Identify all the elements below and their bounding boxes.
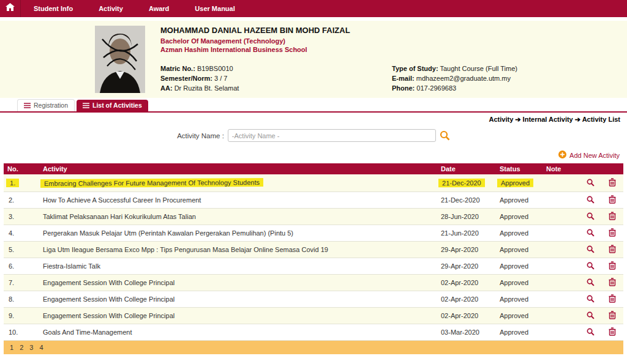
delete-activity-icon[interactable] (609, 261, 616, 270)
activity-date: 02-Apr-2020 (437, 308, 496, 324)
activity-status: Approved (496, 174, 543, 192)
view-activity-icon[interactable] (587, 262, 595, 270)
view-activity-icon[interactable] (587, 278, 595, 286)
add-plus-icon (558, 150, 566, 161)
email-label: E-mail: (392, 75, 415, 82)
view-activity-icon[interactable] (587, 245, 595, 253)
view-activity-icon[interactable] (587, 295, 595, 303)
delete-activity-icon[interactable] (609, 195, 616, 204)
page-link[interactable]: 4 (39, 344, 43, 351)
aa-row: AA: Dr Ruzita Bt. Selamat (160, 83, 239, 93)
delete-activity-icon[interactable] (609, 178, 616, 187)
row-number: 9. (4, 308, 39, 324)
activity-status: Approved (496, 324, 543, 341)
view-activity-icon-cell (579, 258, 601, 275)
nav-activity[interactable]: Activity (86, 0, 136, 17)
view-activity-icon[interactable] (587, 212, 595, 220)
activity-note (543, 258, 579, 275)
delete-activity-icon[interactable] (609, 327, 616, 336)
delete-activity-icon[interactable] (609, 228, 616, 237)
tab-list-of-activities[interactable]: List of Activities (77, 100, 148, 111)
email-value: mdhazeem2@graduate.utm.my (416, 75, 511, 82)
delete-activity-icon-cell (601, 174, 623, 192)
row-number: 4. (4, 225, 39, 242)
student-photo (95, 26, 145, 93)
nav-student-info[interactable]: Student Info (21, 0, 86, 17)
delete-activity-icon[interactable] (609, 294, 616, 303)
tab-registration-label: Registration (34, 102, 68, 109)
delete-activity-icon[interactable] (609, 212, 616, 220)
nav-user-manual[interactable]: User Manual (182, 0, 247, 17)
tab-list-of-activities-label: List of Activities (92, 102, 142, 109)
delete-activity-icon-cell (601, 308, 623, 324)
student-name: MOHAMMAD DANIAL HAZEEM BIN MOHD FAIZAL (160, 26, 350, 35)
activity-note (543, 324, 579, 341)
activity-note (543, 291, 579, 308)
aa-value: Dr Ruzita Bt. Selamat (175, 84, 239, 92)
page-link[interactable]: 1 (10, 344, 13, 351)
table-row: 7.Engagement Session With College Princi… (4, 275, 623, 291)
page-link[interactable]: 3 (29, 344, 33, 351)
activity-date: 28-Jun-2020 (437, 209, 496, 225)
student-info-left: Matric No.: B19BS0010 Semester/Norm: 3 /… (160, 64, 239, 93)
row-number: 6. (4, 258, 39, 275)
activity-note (543, 275, 579, 291)
list-icon (83, 103, 89, 108)
table-row: 1.Embracing Challenges For Future Manage… (4, 174, 623, 192)
home-button[interactable] (0, 0, 21, 17)
delete-activity-icon[interactable] (609, 245, 616, 253)
view-activity-icon[interactable] (587, 179, 595, 187)
table-row: 4.Pergerakan Masuk Pelajar Utm (Perintah… (4, 225, 623, 242)
activity-date: 29-Apr-2020 (437, 258, 496, 275)
table-row: 6.Fiestra-Islamic Talk29-Apr-2020Approve… (4, 258, 623, 275)
delete-activity-icon-cell (601, 291, 623, 308)
search-label: Activity Name : (177, 132, 224, 139)
activity-name: Fiestra-Islamic Talk (39, 258, 437, 275)
phone-label: Phone: (392, 84, 415, 92)
activity-date: 02-Apr-2020 (437, 291, 496, 308)
activity-status: Approved (496, 308, 543, 324)
col-header-view (579, 163, 601, 174)
row-number: 1. (4, 174, 39, 192)
activity-note (543, 209, 579, 225)
semester-label: Semester/Norm: (160, 75, 212, 82)
table-row: 10.Goals And Time-Management03-Mar-2020A… (4, 324, 623, 341)
phone-value: 017-2969683 (416, 84, 456, 92)
delete-activity-icon-cell (601, 324, 623, 341)
tab-registration[interactable]: Registration (17, 99, 75, 111)
view-activity-icon-cell (579, 209, 601, 225)
view-activity-icon-cell (579, 275, 601, 291)
activity-name: Taklimat Pelaksanaan Hari Kokurikulum At… (39, 209, 437, 225)
matric-value: B19BS0010 (197, 65, 233, 72)
page-link[interactable]: 2 (20, 344, 23, 351)
view-activity-icon[interactable] (587, 328, 595, 336)
view-activity-icon[interactable] (587, 311, 595, 319)
delete-activity-icon[interactable] (609, 278, 616, 286)
activity-date: 02-Apr-2020 (437, 275, 496, 291)
activity-note (543, 174, 579, 192)
aa-label: AA: (160, 84, 173, 92)
study-type-row: Type of Study: Taught Course (Full Time) (392, 64, 517, 73)
activity-name-input[interactable] (228, 129, 436, 142)
activity-date: 03-Mar-2020 (437, 324, 496, 341)
view-activity-icon[interactable] (587, 229, 595, 237)
add-new-activity-button[interactable]: Add New Activity (0, 150, 620, 161)
delete-activity-icon-cell (601, 209, 623, 225)
activity-status: Approved (496, 258, 543, 275)
student-programme: Bachelor Of Management (Technology) (160, 37, 285, 45)
view-activity-icon[interactable] (587, 196, 595, 204)
view-activity-icon-cell (579, 291, 601, 308)
col-header-no: No. (4, 163, 39, 174)
view-activity-icon-cell (579, 242, 601, 258)
delete-activity-icon[interactable] (609, 311, 616, 319)
activity-note (543, 242, 579, 258)
nav-award[interactable]: Award (136, 0, 182, 17)
activity-note (543, 308, 579, 324)
tab-bar: Registration List of Activities (0, 99, 627, 113)
activity-date: 21-Dec-2020 (437, 174, 496, 192)
row-number: 2. (4, 192, 39, 209)
delete-activity-icon-cell (601, 275, 623, 291)
search-button[interactable] (440, 130, 450, 141)
view-activity-icon-cell (579, 174, 601, 192)
activity-status: Approved (496, 225, 543, 242)
